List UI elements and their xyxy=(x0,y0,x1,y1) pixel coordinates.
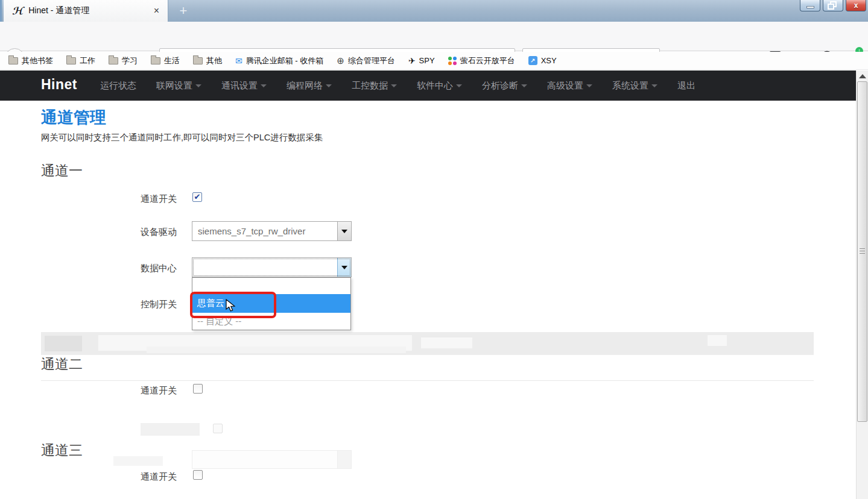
divider xyxy=(41,380,814,381)
channel1-control-label: 控制开关 xyxy=(141,299,177,310)
nav-item-diagnostics[interactable]: 分析诊断 xyxy=(482,80,527,92)
bookmark-label: 工作 xyxy=(80,55,95,66)
globe-icon: ⊕ xyxy=(337,55,344,66)
tab-close-icon[interactable]: × xyxy=(151,5,162,16)
channel1-switch-checkbox[interactable]: ✔ xyxy=(192,192,202,202)
close-button[interactable]: x xyxy=(846,0,866,11)
bookmark-folder-study[interactable]: 学习 xyxy=(109,55,138,66)
channel2-switch-checkbox[interactable] xyxy=(193,384,203,394)
nav-item-prog-network[interactable]: 编程网络 xyxy=(287,80,332,92)
nav-item-advanced[interactable]: 高级设置 xyxy=(547,80,592,92)
nav-item-software-center[interactable]: 软件中心 xyxy=(417,80,462,92)
new-tab-button[interactable]: + xyxy=(174,3,192,20)
plane-icon: ✈ xyxy=(408,56,416,66)
bookmark-label: XSY xyxy=(541,56,557,65)
channel1-datacenter-select[interactable] xyxy=(192,257,352,277)
thumb-grip xyxy=(860,253,865,254)
bookmark-label: 综合管理平台 xyxy=(348,55,395,66)
bookmark-tencent-mail[interactable]: ✉腾讯企业邮箱 - 收件箱 xyxy=(235,55,323,66)
close-icon: x xyxy=(846,0,866,11)
nav-item-industrial-data[interactable]: 工控数据 xyxy=(352,80,397,92)
nav-item-system[interactable]: 系统设置 xyxy=(612,80,657,92)
datacenter-select-button[interactable] xyxy=(337,258,351,277)
channel3-heading: 通道三 xyxy=(41,441,83,460)
minimize-button[interactable] xyxy=(800,0,820,11)
bookmark-label: 其他书签 xyxy=(22,55,53,66)
site-menu: 运行状态 联网设置 通讯设置 编程网络 工控数据 软件中心 分析诊断 高级设置 … xyxy=(100,71,695,101)
chevron-down-icon xyxy=(651,84,657,87)
page-description: 网关可以同时支持三个通道同时工作,即可以同时对三个PLC进行数据采集 xyxy=(41,132,323,143)
channel3-switch-checkbox[interactable] xyxy=(193,470,203,480)
folder-icon xyxy=(66,57,76,64)
chevron-down-icon xyxy=(391,84,397,87)
browser-window: ℋ Hinet - 通道管理 × + x ← → ↻ ⌂ xyxy=(0,0,868,499)
folder-icon xyxy=(151,57,160,64)
channel1-heading: 通道一 xyxy=(41,162,83,180)
colored-dots-icon xyxy=(448,57,457,65)
chevron-down-icon xyxy=(341,266,347,269)
nav-item-status[interactable]: 运行状态 xyxy=(100,80,136,92)
minimize-icon xyxy=(806,6,814,8)
mail-icon: ✉ xyxy=(235,56,242,66)
scroll-up-button[interactable] xyxy=(858,72,867,80)
hinet-favicon-icon: ℋ xyxy=(12,5,23,17)
page-title: 通道管理 xyxy=(41,107,106,128)
ghost-render-band xyxy=(41,332,814,355)
driver-select-value: siemens_s7_tcp_rw_driver xyxy=(192,226,337,236)
arrow-square-icon: ↗ xyxy=(528,56,537,65)
browser-tab[interactable]: ℋ Hinet - 通道管理 × xyxy=(4,0,168,22)
chevron-down-icon xyxy=(326,84,332,87)
bookmark-mgmt-platform[interactable]: ⊕综合管理平台 xyxy=(337,55,395,66)
bookmark-label: 腾讯企业邮箱 - 收件箱 xyxy=(246,55,324,66)
channel3-switch-label: 通道开关 xyxy=(141,471,177,483)
folder-icon xyxy=(8,57,18,64)
bookmark-label: 其他 xyxy=(206,55,222,66)
chevron-down-icon xyxy=(586,84,592,87)
bookmarks-bar: 其他书签 工作 学习 生活 其他 ✉腾讯企业邮箱 - 收件箱 ⊕综合管理平台 ✈… xyxy=(0,52,868,70)
bookmark-spy[interactable]: ✈SPY xyxy=(408,56,435,66)
ghost-checkbox xyxy=(213,424,223,433)
folder-icon xyxy=(109,57,118,64)
channel1-driver-select[interactable]: siemens_s7_tcp_rw_driver xyxy=(192,221,352,241)
chevron-down-icon xyxy=(521,84,527,87)
nav-item-logout[interactable]: 退出 xyxy=(677,80,695,92)
tab-title: Hinet - 通道管理 xyxy=(28,5,151,16)
window-controls: x xyxy=(800,0,866,11)
channel1-switch-label: 通道开关 xyxy=(141,193,177,205)
bookmark-label: 学习 xyxy=(122,55,138,66)
tab-bar: ℋ Hinet - 通道管理 × + x xyxy=(0,0,868,22)
channel2-heading: 通道二 xyxy=(41,355,83,374)
arrow-up-icon xyxy=(859,74,866,78)
restore-icon xyxy=(828,1,838,10)
nav-item-comm-settings[interactable]: 通讯设置 xyxy=(221,80,267,92)
thumb-grip xyxy=(860,251,865,251)
bookmark-folder-life[interactable]: 生活 xyxy=(151,55,180,66)
bookmark-label: 生活 xyxy=(164,55,180,66)
folder-icon xyxy=(193,57,203,64)
scrollbar-thumb[interactable] xyxy=(857,81,867,422)
chevron-down-icon xyxy=(261,84,267,87)
chevron-down-icon xyxy=(195,84,201,87)
ghost-select-box xyxy=(192,450,352,469)
chevron-down-icon xyxy=(341,230,347,233)
chevron-down-icon xyxy=(456,84,462,87)
vertical-scrollbar[interactable] xyxy=(856,71,868,499)
channel2-switch-label: 通道开关 xyxy=(141,385,177,397)
bookmark-xsy[interactable]: ↗XSY xyxy=(528,56,557,65)
bookmark-folder-work[interactable]: 工作 xyxy=(66,55,95,66)
driver-select-button[interactable] xyxy=(337,222,351,240)
mouse-cursor-icon xyxy=(226,299,236,313)
ghost-label-block xyxy=(141,423,200,436)
bookmark-folder-other[interactable]: 其他书签 xyxy=(8,55,53,66)
navigation-toolbar: ← → ↻ ⌂ 192.168.9.99/cgi-bin/luci/;stok=… xyxy=(0,22,868,51)
bookmark-label: SPY xyxy=(419,56,435,65)
channel1-driver-label: 设备驱动 xyxy=(141,227,177,238)
site-navbar: Hinet 运行状态 联网设置 通讯设置 编程网络 工控数据 软件中心 分析诊断… xyxy=(0,71,856,101)
bookmark-label: 萤石云开放平台 xyxy=(460,55,515,66)
bookmark-ys7-platform[interactable]: 萤石云开放平台 xyxy=(448,55,515,66)
restore-button[interactable] xyxy=(823,0,843,11)
nav-item-network-settings[interactable]: 联网设置 xyxy=(156,80,201,92)
channel1-datacenter-label: 数据中心 xyxy=(141,263,177,274)
bookmark-folder-misc[interactable]: 其他 xyxy=(193,55,222,66)
hinet-brand[interactable]: Hinet xyxy=(41,77,77,93)
